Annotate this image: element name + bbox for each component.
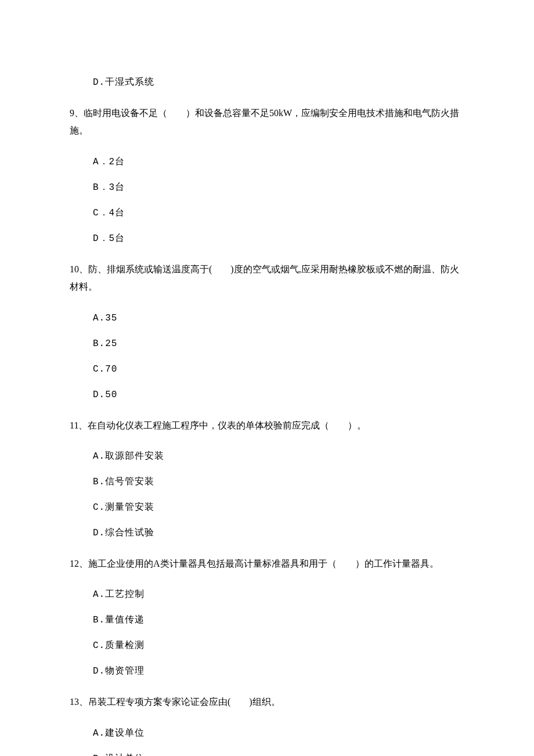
- option-item: A．2台: [93, 155, 464, 169]
- question-13: 13、吊装工程专项方案专家论证会应由( )组织。: [70, 693, 464, 711]
- question-10: 10、防、排烟系统或输送温度高于( )度的空气或烟气,应采用耐热橡胶板或不燃的耐…: [70, 261, 464, 296]
- option-item: C.测量管安装: [93, 501, 464, 514]
- option-item: A.取源部件安装: [93, 449, 464, 463]
- question-12: 12、施工企业使用的A类计量器具包括最高计量标准器具和用于（ ）的工作计量器具。: [70, 555, 464, 573]
- question-text: 吊装工程专项方案专家论证会应由( )组织。: [88, 697, 280, 707]
- question-text: 临时用电设备不足（ ）和设备总容量不足50kW，应编制安全用电技术措施和电气防火…: [70, 108, 459, 135]
- option-item: D.物资管理: [93, 664, 464, 678]
- question-number: 10、: [70, 264, 88, 274]
- option-item: D．5台: [93, 232, 464, 246]
- question-number: 11、: [70, 420, 88, 430]
- leading-option-block: D.干湿式系统: [70, 75, 464, 89]
- question-text: 在自动化仪表工程施工程序中，仪表的单体校验前应完成（ ）。: [88, 420, 366, 430]
- option-item: C.质量检测: [93, 639, 464, 653]
- option-item: A.建设单位: [93, 726, 464, 740]
- question-number: 12、: [70, 559, 88, 568]
- options-9: A．2台 B．3台 C．4台 D．5台: [70, 155, 464, 246]
- option-item: C．4台: [93, 206, 464, 220]
- option-item: B.25: [93, 337, 464, 351]
- option-item: A.35: [93, 311, 464, 325]
- option-item: D.综合性试验: [93, 526, 464, 540]
- option-item: B．3台: [93, 181, 464, 195]
- question-11: 11、在自动化仪表工程施工程序中，仪表的单体校验前应完成（ ）。: [70, 417, 464, 434]
- options-11: A.取源部件安装 B.信号管安装 C.测量管安装 D.综合性试验: [70, 449, 464, 540]
- option-item: C.70: [93, 362, 464, 376]
- options-10: A.35 B.25 C.70 D.50: [70, 311, 464, 402]
- question-number: 9、: [70, 108, 84, 118]
- option-item: B.信号管安装: [93, 475, 464, 489]
- option-item: B.设计单位: [93, 752, 464, 756]
- question-text: 施工企业使用的A类计量器具包括最高计量标准器具和用于（ ）的工作计量器具。: [88, 559, 439, 568]
- option-item: D.干湿式系统: [93, 75, 464, 89]
- options-12: A.工艺控制 B.量值传递 C.质量检测 D.物资管理: [70, 588, 464, 678]
- options-13: A.建设单位 B.设计单位: [70, 726, 464, 756]
- option-item: B.量值传递: [93, 613, 464, 627]
- question-9: 9、临时用电设备不足（ ）和设备总容量不足50kW，应编制安全用电技术措施和电气…: [70, 105, 464, 140]
- option-item: D.50: [93, 388, 464, 402]
- question-number: 13、: [70, 697, 88, 707]
- document-page: D.干湿式系统 9、临时用电设备不足（ ）和设备总容量不足50kW，应编制安全用…: [0, 0, 534, 756]
- question-text: 防、排烟系统或输送温度高于( )度的空气或烟气,应采用耐热橡胶板或不燃的耐温、防…: [70, 264, 459, 291]
- option-item: A.工艺控制: [93, 588, 464, 602]
